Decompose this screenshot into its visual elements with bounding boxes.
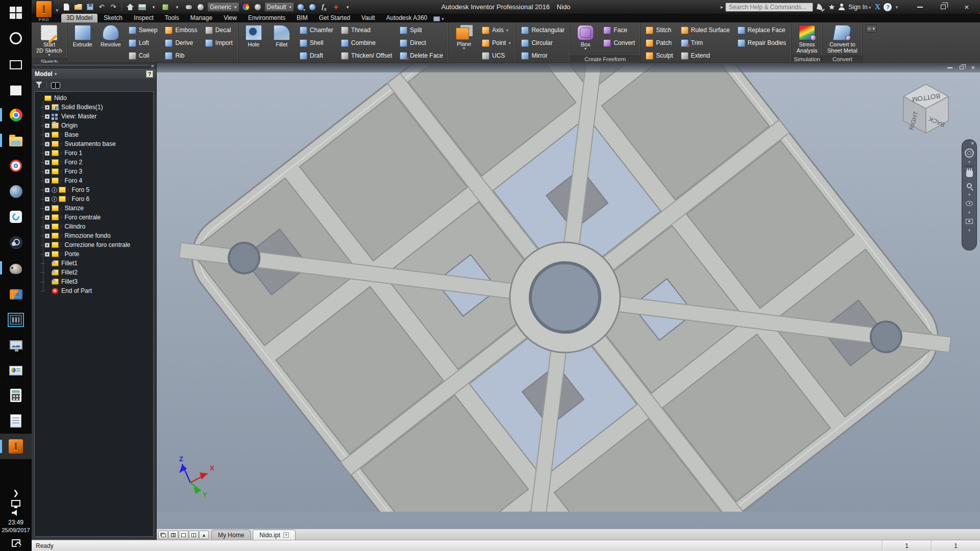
ribbon-tab-inspect[interactable]: Inspect bbox=[129, 14, 159, 22]
pan-button[interactable] bbox=[964, 168, 974, 179]
ribbon-button-thicken-offset[interactable]: Thicken/ Offset bbox=[339, 49, 394, 62]
sign-in-button[interactable]: Sign In bbox=[848, 4, 871, 11]
ribbon-button-point[interactable]: Point▾ bbox=[480, 37, 512, 49]
taskbar-dolphin-app-icon[interactable] bbox=[0, 179, 32, 204]
color-wheel-button[interactable] bbox=[241, 3, 251, 12]
customize-qat-add-button[interactable]: + bbox=[331, 3, 341, 12]
zoom-caret-icon[interactable]: ▾ bbox=[968, 193, 970, 196]
tree-expander-icon[interactable]: + bbox=[45, 160, 50, 165]
look-at-button[interactable] bbox=[964, 216, 974, 227]
tree-expander-icon[interactable]: + bbox=[45, 179, 50, 183]
tree-item-view-master[interactable]: +View: Master bbox=[37, 112, 153, 121]
browser-close-icon[interactable]: × bbox=[151, 63, 154, 68]
appearance-sphere-button[interactable] bbox=[253, 3, 263, 12]
taskbar-notepad-app-icon[interactable] bbox=[0, 408, 32, 434]
tree-expander-icon[interactable]: + bbox=[45, 197, 50, 202]
ribbon-button-ruled-surface[interactable]: Ruled Surface bbox=[679, 24, 732, 36]
taskbar-gimp-app-icon[interactable] bbox=[0, 255, 32, 281]
ribbon-button-axis[interactable]: Axis▾ bbox=[480, 24, 512, 36]
ribbon-button-mirror[interactable]: Mirror bbox=[519, 49, 567, 62]
tree-item-fillet1[interactable]: Fillet1 bbox=[37, 259, 153, 268]
ribbon-button-coil[interactable]: Coil bbox=[127, 49, 160, 62]
adjust-appearance-button[interactable] bbox=[296, 3, 306, 12]
close-button[interactable]: × bbox=[955, 1, 978, 13]
tree-expander-icon[interactable]: + bbox=[45, 114, 50, 119]
communication-center-icon[interactable] bbox=[817, 4, 825, 11]
orbit-button[interactable] bbox=[964, 198, 974, 209]
taskbar-clock[interactable]: 23:49 25/09/2017 bbox=[2, 519, 30, 534]
taskbar-store-icon[interactable] bbox=[0, 77, 32, 102]
taskbar-cortana-icon[interactable] bbox=[0, 26, 32, 51]
ribbon-tab-bim[interactable]: BIM bbox=[291, 14, 312, 22]
tree-expander-icon[interactable]: + bbox=[45, 151, 50, 156]
taskbar-start-icon[interactable] bbox=[0, 0, 32, 26]
qat-overflow-button[interactable]: ▾ bbox=[342, 3, 353, 12]
tree-expander-icon[interactable]: + bbox=[45, 224, 50, 229]
navbar-overflow-caret-icon[interactable]: ▾ bbox=[968, 229, 970, 232]
taskbar-system-monitor-app-icon[interactable] bbox=[0, 332, 32, 357]
ribbon-button-chamfer[interactable]: Chamfer bbox=[298, 24, 335, 36]
ribbon-appearance-icon[interactable] bbox=[433, 16, 440, 21]
arrange-columns-button[interactable] bbox=[189, 531, 199, 539]
ribbon-button-loft[interactable]: Loft bbox=[127, 37, 160, 49]
ribbon-button-ucs[interactable]: UCS bbox=[480, 49, 512, 62]
document-tab-my-home[interactable]: My Home bbox=[211, 530, 251, 540]
orbit-caret-icon[interactable]: ▾ bbox=[968, 211, 970, 214]
save-button[interactable] bbox=[85, 3, 95, 12]
taskbar-task-view-icon[interactable] bbox=[0, 51, 32, 77]
help-icon[interactable]: ? bbox=[884, 3, 892, 11]
ribbon-button-plane[interactable]: Plane▾ bbox=[452, 24, 476, 62]
ribbon-button-start-2d-sketch[interactable]: Start 2D Sketch▾ bbox=[35, 24, 64, 58]
tree-item-foro-1[interactable]: +↑Foro 1 bbox=[37, 148, 153, 158]
user-icon[interactable] bbox=[839, 4, 845, 10]
ribbon-tab-environments[interactable]: Environments bbox=[243, 14, 290, 22]
zoom-button[interactable] bbox=[964, 181, 974, 191]
ribbon-button-repair-bodies[interactable]: Repair Bodies bbox=[736, 37, 788, 49]
ribbon-tab-manage[interactable]: Manage bbox=[185, 14, 217, 22]
tree-item-foro-6[interactable]: +i↑Foro 6 bbox=[37, 194, 153, 204]
panel-label-create-freeform[interactable]: Create Freeform bbox=[570, 56, 640, 63]
render-dropdown[interactable]: ▾ bbox=[149, 3, 159, 12]
open-button[interactable] bbox=[73, 3, 83, 12]
ribbon-tab-autodesk-a360[interactable]: Autodesk A360 bbox=[381, 14, 433, 22]
undo-button[interactable]: ↶ bbox=[96, 3, 107, 12]
ribbon-button-import[interactable]: Import bbox=[203, 37, 235, 49]
panel-label-simulation[interactable]: Simulation bbox=[792, 56, 822, 63]
tree-item-correzione-foro-centrale[interactable]: +↑Correzione foro centrale bbox=[37, 240, 153, 249]
taskbar-file-explorer-icon[interactable] bbox=[0, 128, 32, 153]
panel-label-sketch[interactable]: Sketch bbox=[32, 58, 67, 63]
ribbon-button-face[interactable]: Face bbox=[601, 24, 637, 36]
document-tab-nido-ipt[interactable]: Nido.ipt× bbox=[253, 530, 296, 540]
tree-expander-icon[interactable]: + bbox=[45, 188, 50, 192]
browser-filter-icon[interactable] bbox=[36, 82, 42, 88]
ribbon-button-rib[interactable]: Rib bbox=[163, 49, 199, 62]
search-input[interactable] bbox=[725, 3, 813, 12]
tree-item-foro-3[interactable]: +↑Foro 3 bbox=[37, 167, 153, 176]
tree-item-svuotamento-base[interactable]: +↑Svuotamento base bbox=[37, 139, 153, 148]
ribbon-button-sculpt[interactable]: Sculpt bbox=[644, 49, 675, 62]
material-dropdown[interactable]: ▾ bbox=[172, 3, 182, 12]
viewport-canvas[interactable]: × BOTTOM RIGHT BACK bbox=[157, 63, 980, 529]
ribbon-button-convert[interactable]: Convert bbox=[601, 37, 637, 49]
browser-grip[interactable]: × bbox=[32, 63, 156, 69]
ribbon-button-decal[interactable]: Decal bbox=[203, 24, 235, 36]
taskbar-media-player-app-icon[interactable] bbox=[0, 306, 32, 332]
appearance-globe-button[interactable] bbox=[195, 3, 206, 12]
taskbar-uplay-app-icon[interactable] bbox=[0, 204, 32, 230]
doc-minimize-button[interactable] bbox=[947, 67, 952, 68]
browser-search-icon[interactable] bbox=[51, 82, 60, 88]
taskbar-chrome-icon[interactable] bbox=[0, 102, 32, 128]
tree-expander-icon[interactable]: + bbox=[45, 105, 50, 110]
panel-label-convert[interactable]: Convert bbox=[823, 56, 862, 63]
ribbon-button-draft[interactable]: Draft bbox=[298, 49, 335, 62]
browser-title-bar[interactable]: Model ▾ ? bbox=[32, 69, 156, 79]
tree-item-origin[interactable]: +Origin bbox=[37, 121, 153, 130]
ribbon-button-replace-face[interactable]: Replace Face bbox=[736, 24, 788, 36]
tree-item-foro-4[interactable]: +↑Foro 4 bbox=[37, 176, 153, 185]
ribbon-button-combine[interactable]: Combine bbox=[339, 37, 394, 49]
network-icon[interactable] bbox=[11, 500, 20, 507]
ribbon-button-extend[interactable]: Extend bbox=[679, 49, 732, 62]
arrange-cascade-button[interactable] bbox=[158, 531, 168, 539]
steering-wheel-caret-icon[interactable]: ▾ bbox=[968, 160, 970, 164]
arrange-grid-button[interactable] bbox=[168, 531, 178, 539]
